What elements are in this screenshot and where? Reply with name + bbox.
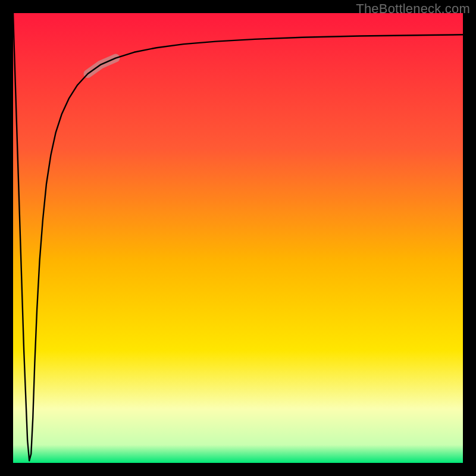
watermark-label: TheBottleneck.com [356,1,470,17]
plot-frame [13,13,463,463]
chart-container: TheBottleneck.com [0,0,476,476]
plot-svg [13,13,463,463]
plot-background [13,13,463,463]
